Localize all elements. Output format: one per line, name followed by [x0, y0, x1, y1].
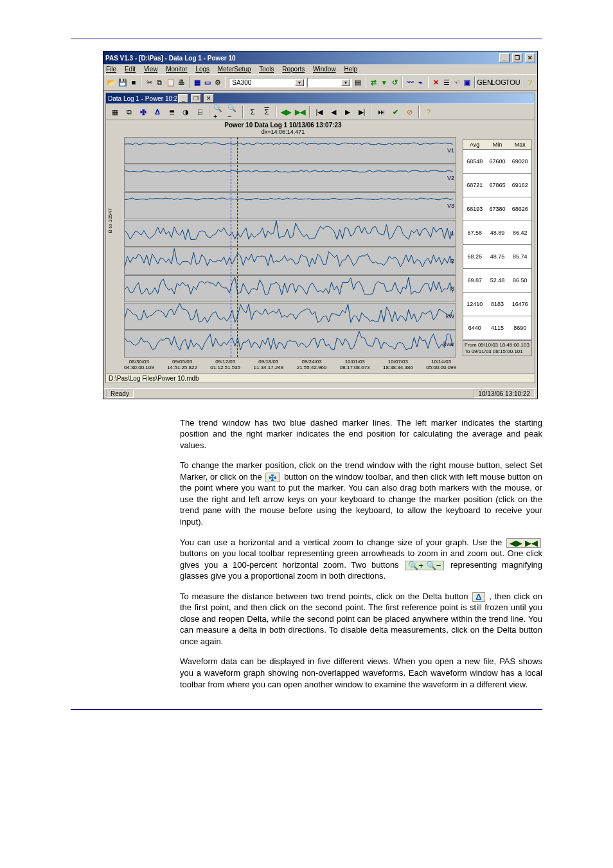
chart-strip-I1[interactable]: 251.004.10I1	[124, 220, 456, 247]
menubar[interactable]: File Edit View Monitor Logs MeterSetup T…	[103, 64, 537, 74]
apply-icon[interactable]: ✔	[389, 105, 402, 118]
cut-icon[interactable]: ✂	[145, 76, 154, 89]
filepath-bar: D:\Pas\Log Files\Power 10.mdb	[106, 374, 535, 383]
stats-row: 644041158690	[463, 316, 532, 340]
h-zoom-in-icon[interactable]: ▶◀	[294, 105, 306, 118]
document-text: The trend window has two blue dashed mar…	[180, 417, 542, 690]
set-marker-icon[interactable]: ⧾	[137, 105, 150, 118]
delta-icon[interactable]: Δ	[151, 105, 164, 118]
menu-view[interactable]: View	[144, 66, 158, 73]
menu-tools[interactable]: Tools	[259, 66, 274, 73]
log-button[interactable]: LOG	[492, 76, 505, 89]
settings-icon[interactable]: ⚙	[213, 76, 222, 89]
menu-logs[interactable]: Logs	[195, 66, 209, 73]
plug-icon[interactable]: ▾	[380, 76, 389, 89]
status-right: 10/13/06 13:10:22	[474, 390, 535, 398]
menu-help[interactable]: Help	[344, 66, 357, 73]
sub-minimize-button[interactable]: _	[178, 94, 188, 103]
zoom-out-icon[interactable]: 🔍−	[227, 105, 240, 118]
stop-icon[interactable]: ■	[129, 76, 138, 89]
menu-edit[interactable]: Edit	[125, 66, 136, 73]
properties-icon[interactable]: ⌸	[193, 105, 206, 118]
window-icon[interactable]: ▭	[203, 76, 212, 89]
menu-monitor[interactable]: Monitor	[166, 66, 187, 73]
para-waveform: Waveform data can be displayed in five d…	[180, 656, 542, 690]
device-combo[interactable]: SA300	[229, 78, 306, 87]
hand-icon[interactable]: ☜	[452, 76, 461, 89]
h-zoom-out-icon[interactable]: ◀▶	[280, 105, 292, 118]
app-window: PAS V1.3 - [D:\Pas] - Data Log 1 - Power…	[103, 51, 538, 399]
list-icon[interactable]: ☰	[442, 76, 451, 89]
x-tick: 10/07/0318:38:34.386	[383, 359, 413, 371]
nav-next-icon[interactable]: ▶	[341, 105, 354, 118]
x-tick: 09/05/0314:51:25.822	[167, 359, 197, 371]
para-delta-a: To measure the distance between two tren…	[180, 592, 471, 601]
chart-strip-I2[interactable]: 251.004.10I2	[124, 248, 456, 275]
para-zoom-a: You can use a horizontal and a vertical …	[180, 538, 505, 547]
sigma2-icon[interactable]: Σ	[260, 105, 273, 118]
sub-title: Data Log 1 - Power 10:2	[108, 95, 177, 102]
menu-metersetup[interactable]: MeterSetup	[218, 66, 251, 73]
magnifier-inline-icons: 🔍+ 🔍−	[405, 561, 444, 570]
local-toolbar: ▦ ⧉ ⧾ Δ ≣ ◑ ⌸ 🔍+ 🔍− Σ Σ ◀▶ ▶◀ |◀ ◀ ▶	[106, 104, 535, 120]
print-icon[interactable]: 🖶	[177, 76, 186, 89]
table-icon[interactable]: ▤	[353, 76, 362, 89]
chart-strip-kW[interactable]: 49900-17900kW	[124, 303, 456, 330]
connect-icon[interactable]: ⇄	[369, 76, 378, 89]
nav-prev-icon[interactable]: ◀	[327, 105, 340, 118]
stats-row: 69.8752.4886.50	[463, 269, 532, 293]
sub-maximize-button[interactable]: ❐	[191, 94, 201, 103]
trend-subwindow: Data Log 1 - Power 10:2 _ ❐ ✕ ▦ ⧉ ⧾ Δ ≣ …	[105, 93, 535, 383]
open-icon[interactable]: 📂	[106, 76, 116, 89]
view-overlap-icon[interactable]: ⧉	[123, 105, 136, 118]
para-markers-intro: The trend window has two blue dashed mar…	[180, 418, 542, 450]
rt-icon[interactable]: ⌁	[416, 76, 425, 89]
cancel-icon[interactable]: ⊘	[403, 105, 416, 118]
save-icon[interactable]: 💾	[118, 76, 128, 89]
help-icon[interactable]: ?	[526, 76, 535, 89]
delete-icon[interactable]: ✕	[431, 76, 440, 89]
chart-strip-V1[interactable]: 6950055900V1	[124, 137, 456, 164]
copy-icon[interactable]: ⧉	[155, 76, 164, 89]
stats-header-min: Min	[486, 140, 508, 149]
stats-row: 687216786569162	[463, 174, 532, 197]
close-button[interactable]: ✕	[525, 53, 535, 62]
chart-strip-I3[interactable]: 251.004.10I3	[124, 275, 456, 302]
stats-header-avg: Avg	[463, 140, 486, 149]
download-icon[interactable]: ▣	[463, 76, 472, 89]
aux-combo[interactable]	[307, 78, 352, 87]
menu-reports[interactable]: Reports	[282, 66, 305, 73]
options-icon[interactable]: ◑	[179, 105, 192, 118]
gen-button[interactable]: GEN	[478, 76, 491, 89]
maximize-button[interactable]: ❐	[512, 53, 522, 62]
tou-button[interactable]: TOU	[506, 76, 519, 89]
paste-icon[interactable]: 📋	[166, 76, 176, 89]
sub-close-button[interactable]: ✕	[204, 94, 214, 103]
nav-last-icon[interactable]: ▶|	[355, 105, 368, 118]
stats-footer: From 09/10/03 18:45:00.103 To 09/11/03 0…	[463, 340, 532, 356]
sub-titlebar[interactable]: Data Log 1 - Power 10:2 _ ❐ ✕	[106, 93, 535, 104]
menu-window[interactable]: Window	[313, 66, 336, 73]
chart-strip-V2[interactable]: 6950055900V2	[124, 165, 456, 192]
stats-row: 67.5848.8986.42	[463, 221, 532, 245]
sigma-icon[interactable]: Σ	[246, 105, 259, 118]
skip-fwd-icon[interactable]: ⏭	[375, 105, 387, 118]
titlebar[interactable]: PAS V1.3 - [D:\Pas] - Data Log 1 - Power…	[103, 51, 537, 64]
channels-icon[interactable]: ≣	[165, 105, 178, 118]
help2-icon[interactable]: ?	[422, 105, 435, 118]
view-table-icon[interactable]: ▦	[109, 105, 121, 118]
sync-icon[interactable]: ↺	[390, 76, 399, 89]
menu-file[interactable]: File	[106, 66, 116, 73]
nav-first-icon[interactable]: |◀	[313, 105, 326, 118]
x-tick: 10/01/0308:17:08.673	[340, 359, 370, 371]
grid-icon[interactable]: ▦	[193, 76, 202, 89]
x-tick: 09/12/0301:12:51.535	[210, 359, 240, 371]
zoom-in-icon[interactable]: 🔍+	[213, 105, 226, 118]
minimize-button[interactable]: _	[499, 53, 510, 62]
chart-strip-V3[interactable]: 6950055900V3	[124, 192, 456, 219]
chart-icon[interactable]: 〰	[405, 76, 414, 89]
chart-panes[interactable]: Power 10 Data Log 1 10/13/06 13:07:23 dx…	[106, 120, 460, 374]
chart-strip-kvar[interactable]: 49900-17900kvar	[124, 330, 456, 357]
stats-from: From 09/10/03 18:45:00.103	[465, 342, 530, 348]
main-toolbar: 📂 💾 ■ ✂ ⧉ 📋 🖶 ▦ ▭ ⚙ SA300 ▤ ⇄ ▾ ↺ 〰 ⌁ ✕	[103, 74, 537, 91]
